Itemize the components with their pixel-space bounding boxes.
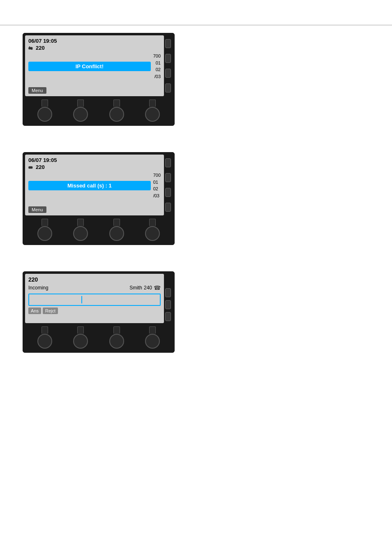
reject-button[interactable]: Rejct (43, 308, 58, 314)
bottom-btn-3-2[interactable] (73, 326, 88, 349)
separator-line (0, 25, 392, 25)
svg-rect-0 (28, 47, 32, 49)
datetime-1: 06/07 19:05 (28, 38, 57, 44)
side-btn-3-3[interactable] (165, 300, 171, 309)
input-cursor-area (28, 294, 161, 306)
phone-device-3: 220 Incoming Smith 240 ☎ Ans Rejct (23, 271, 175, 353)
side-btn-1-3[interactable] (165, 69, 171, 78)
side-btn-1-1[interactable] (165, 39, 171, 48)
bottom-btn-2-1[interactable] (37, 219, 52, 241)
bottom-row-2 (23, 215, 175, 245)
side-btn-2-3[interactable] (165, 188, 171, 197)
incoming-label: Incoming (28, 285, 48, 291)
bottom-btn-2-2[interactable] (73, 219, 88, 241)
side-btn-1-2[interactable] (165, 54, 171, 63)
side-btn-1-4[interactable] (165, 83, 171, 92)
notification-2: Missed call (s) : 1 (28, 181, 151, 190)
bottom-btn-1-3[interactable] (109, 99, 124, 122)
menu-button-1[interactable]: Menu (28, 87, 46, 94)
side-btn-2-4[interactable] (165, 203, 171, 212)
extension-1: 220 (36, 45, 45, 51)
ans-button[interactable]: Ans (28, 308, 41, 314)
bottom-btn-2-4[interactable] (145, 219, 160, 241)
bottom-btn-3-4[interactable] (145, 326, 160, 349)
phone-device-1: 06/07 19:05 220 IP Conflict! 700 01 02 /… (23, 33, 175, 126)
caller-name: Smith (129, 285, 142, 291)
side-buttons-2 (164, 155, 172, 215)
caller-number: 240 (144, 285, 152, 291)
extension-2: 220 (36, 164, 45, 170)
side-btn-3-2[interactable] (165, 288, 171, 297)
soft-keys-row: Ans Rejct (28, 308, 161, 314)
screen3-header: 220 (28, 276, 161, 283)
bottom-btn-2-3[interactable] (109, 219, 124, 241)
phone-icon-1 (28, 46, 34, 50)
incoming-phone-icon: ☎ (154, 284, 161, 291)
bottom-btn-1-1[interactable] (37, 99, 52, 122)
datetime-2: 06/07 19:05 (28, 157, 57, 163)
side-buttons-1 (164, 35, 172, 96)
side-btn-3-4[interactable] (165, 312, 171, 321)
menu-button-2[interactable]: Menu (28, 206, 46, 213)
screen-display-1: 06/07 19:05 220 IP Conflict! 700 01 02 /… (25, 35, 164, 96)
bottom-btn-3-3[interactable] (109, 326, 124, 349)
side-buttons-3 (164, 274, 172, 323)
screen-display-2: 06/07 19:05 220 Missed call (s) : 1 700 … (25, 155, 164, 215)
bottom-row-1 (23, 96, 175, 126)
bottom-row-3 (23, 323, 175, 353)
side-btn-2-2[interactable] (165, 173, 171, 182)
cursor-indicator (81, 296, 82, 303)
bottom-btn-1-4[interactable] (145, 99, 160, 122)
phone-icon-2 (28, 165, 34, 169)
side-btn-3-1[interactable] (165, 276, 171, 285)
notification-1: IP Conflict! (28, 62, 151, 71)
bottom-btn-1-2[interactable] (73, 99, 88, 122)
right-lines-2: 700 01 02 /03 (153, 172, 161, 199)
right-lines-1: 700 01 02 /03 (153, 53, 161, 80)
phone-device-2: 06/07 19:05 220 Missed call (s) : 1 700 … (23, 152, 175, 245)
bottom-btn-3-1[interactable] (37, 326, 52, 349)
svg-rect-1 (28, 166, 32, 169)
screen-display-3: 220 Incoming Smith 240 ☎ Ans Rejct (25, 274, 164, 323)
side-btn-2-1[interactable] (165, 158, 171, 167)
